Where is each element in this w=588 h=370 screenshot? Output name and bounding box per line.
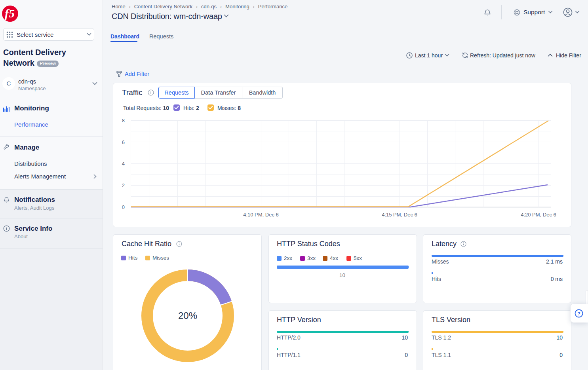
- svg-text:8: 8: [122, 118, 125, 123]
- svg-text:f5: f5: [5, 7, 15, 20]
- svg-text:4:10 PM, Dec 6: 4:10 PM, Dec 6: [243, 212, 279, 218]
- svg-text:4:15 PM, Dec 6: 4:15 PM, Dec 6: [382, 212, 417, 218]
- svg-text:4:20 PM, Dec 6: 4:20 PM, Dec 6: [521, 212, 556, 218]
- svg-text:2: 2: [122, 182, 125, 188]
- svg-text:4: 4: [122, 161, 125, 167]
- svg-text:20%: 20%: [178, 310, 197, 321]
- svg-text:0: 0: [122, 204, 125, 210]
- svg-text:6: 6: [122, 139, 125, 145]
- svg-text:?: ?: [577, 311, 580, 317]
